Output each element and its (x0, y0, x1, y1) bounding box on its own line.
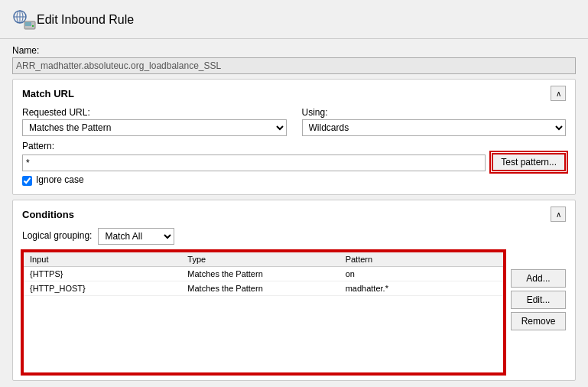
conditions-collapse-btn[interactable]: ∧ (551, 207, 566, 222)
pattern-label: Pattern: (22, 141, 566, 151)
row1-input: {HTTPS} (27, 268, 184, 279)
conditions-table-area: Input Type Pattern {HTTPS} Matches the P… (22, 251, 505, 374)
conditions-table: Input Type Pattern {HTTPS} Matches the P… (22, 251, 505, 374)
conditions-body: Input Type Pattern {HTTPS} Matches the P… (22, 251, 566, 374)
requested-url-col: Requested URL: Matches the Pattern (22, 107, 287, 136)
remove-condition-button[interactable]: Remove (511, 312, 566, 330)
row2-input: {HTTP_HOST} (27, 283, 184, 294)
row1-pattern: on (343, 268, 500, 279)
conditions-section: Conditions ∧ Logical grouping: Match All… (12, 200, 576, 381)
match-url-section: Match URL ∧ Requested URL: Matches the P… (12, 79, 576, 195)
ignore-case-checkbox[interactable] (22, 176, 32, 186)
edit-inbound-rule-dialog: Edit Inbound Rule Name: Match URL ∧ Requ… (0, 0, 588, 387)
using-col: Using: Wildcards (302, 107, 567, 136)
add-condition-button[interactable]: Add... (511, 269, 566, 288)
col-input: Input (27, 254, 184, 265)
name-label: Name: (12, 45, 576, 56)
match-url-header: Match URL ∧ (22, 86, 566, 101)
conditions-title: Conditions (22, 209, 74, 220)
requested-url-select[interactable]: Matches the Pattern (22, 119, 287, 136)
dialog-body: Name: Match URL ∧ Requested URL: Matches… (0, 39, 588, 387)
table-header: Input Type Pattern (24, 252, 503, 267)
using-select[interactable]: Wildcards (302, 119, 567, 136)
url-using-row: Requested URL: Matches the Pattern Using… (22, 107, 566, 136)
test-pattern-button[interactable]: Test pattern... (492, 153, 566, 171)
pattern-row: Test pattern... (22, 153, 566, 171)
requested-url-label: Requested URL: (22, 107, 287, 118)
svg-point-6 (32, 25, 34, 27)
conditions-header: Conditions ∧ (22, 207, 566, 222)
using-label: Using: (302, 107, 567, 118)
logical-grouping-select[interactable]: Match All (98, 228, 174, 245)
match-url-collapse-btn[interactable]: ∧ (551, 86, 566, 101)
svg-rect-5 (25, 22, 31, 26)
table-row[interactable]: {HTTPS} Matches the Pattern on (24, 267, 503, 281)
match-url-title: Match URL (22, 88, 74, 99)
ignore-case-label: Ignore case (36, 174, 84, 185)
row2-pattern: madhatter.* (343, 283, 500, 294)
edit-condition-button[interactable]: Edit... (511, 291, 566, 309)
conditions-side-buttons: Add... Edit... Remove (511, 251, 566, 374)
dialog-title: Edit Inbound Rule (37, 13, 134, 27)
globe-server-icon (12, 8, 37, 32)
row1-type: Matches the Pattern (184, 268, 342, 279)
name-field-section: Name: (12, 45, 576, 74)
row2-type: Matches the Pattern (184, 283, 342, 294)
col-type: Type (184, 254, 342, 265)
name-input[interactable] (12, 57, 576, 74)
col-pattern: Pattern (343, 254, 500, 265)
ignore-case-row: Ignore case (22, 174, 566, 187)
pattern-input[interactable] (22, 154, 486, 171)
logical-grouping-label: Logical grouping: (22, 230, 92, 241)
dialog-header: Edit Inbound Rule (0, 0, 588, 39)
logical-grouping-row: Logical grouping: Match All (22, 228, 566, 245)
table-row[interactable]: {HTTP_HOST} Matches the Pattern madhatte… (24, 281, 503, 296)
